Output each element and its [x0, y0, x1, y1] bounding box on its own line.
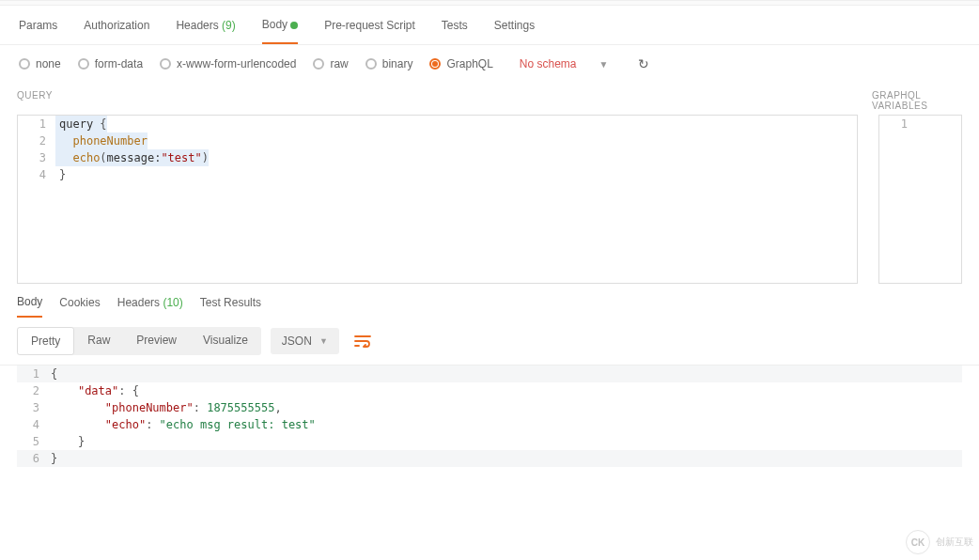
format-pills: Pretty Raw Preview Visualize	[17, 327, 261, 355]
line-number: 1	[17, 366, 51, 382]
code-field: phoneNumber	[72, 134, 147, 148]
watermark-logo-icon: CK	[906, 530, 930, 554]
tab-headers[interactable]: Headers (9)	[176, 8, 235, 43]
response-tabs: Body Cookies Headers (10) Test Results	[0, 284, 979, 318]
code-text: : {	[118, 384, 139, 397]
tab-params[interactable]: Params	[19, 8, 57, 43]
code-keyword: query	[59, 117, 93, 131]
radio-icon	[160, 58, 171, 70]
code-arg: message:	[107, 151, 162, 164]
line-number: 5	[17, 433, 51, 450]
tab-tests[interactable]: Tests	[442, 8, 468, 43]
resp-tab-headers[interactable]: Headers (10)	[117, 296, 183, 317]
body-type-row: none form-data x-www-form-urlencoded raw…	[0, 45, 979, 83]
json-key: "echo"	[105, 418, 146, 431]
json-key: "data"	[78, 384, 118, 397]
format-type-label: JSON	[282, 334, 312, 348]
variables-editor[interactable]: 1	[878, 115, 962, 284]
tab-body-label: Body	[262, 18, 287, 31]
tab-headers-label: Headers	[176, 19, 218, 32]
line-number: 1	[879, 116, 917, 132]
variables-label: GRAPHQL VARIABLES	[872, 90, 962, 111]
json-key: "phoneNumber"	[105, 401, 194, 414]
radio-icon	[19, 58, 30, 70]
resp-tab-test-results[interactable]: Test Results	[200, 296, 261, 317]
tab-settings[interactable]: Settings	[494, 8, 535, 43]
format-pretty[interactable]: Pretty	[17, 327, 74, 355]
radio-icon	[365, 58, 377, 70]
format-raw[interactable]: Raw	[74, 327, 123, 355]
editor-area: 1query { 2 phoneNumber 3 echo(message:"t…	[0, 115, 979, 284]
radio-none[interactable]: none	[19, 57, 61, 70]
radio-raw[interactable]: raw	[313, 57, 348, 70]
tab-headers-count: (9)	[222, 19, 236, 32]
json-number: 1875555555	[207, 401, 274, 414]
radio-binary-label: binary	[382, 57, 413, 70]
code-field: echo	[72, 151, 100, 164]
tab-prerequest[interactable]: Pre-request Script	[324, 8, 415, 43]
radio-icon	[78, 58, 89, 70]
wrap-lines-icon[interactable]	[349, 328, 377, 354]
line-number: 2	[17, 382, 51, 399]
unsaved-dot-icon	[290, 22, 298, 29]
json-string: "echo msg result: test"	[160, 418, 316, 431]
line-number: 4	[18, 166, 55, 183]
response-format-row: Pretty Raw Preview Visualize JSON ▼	[0, 318, 979, 365]
code-brace: {	[51, 366, 57, 382]
watermark: CK 创新互联	[906, 530, 973, 554]
code-brace: }	[51, 450, 57, 467]
code-brace: {	[93, 117, 106, 131]
editor-labels: QUERY GRAPHQL VARIABLES	[0, 83, 979, 115]
refresh-icon[interactable]: ↻	[638, 56, 649, 71]
line-number: 3	[18, 149, 55, 166]
response-body-editor[interactable]: 1{ 2 "data": { 3 "phoneNumber": 18755555…	[0, 365, 979, 467]
format-preview[interactable]: Preview	[123, 327, 190, 355]
line-number: 3	[17, 399, 51, 416]
schema-select[interactable]: No schema	[520, 57, 577, 70]
radio-binary[interactable]: binary	[365, 57, 413, 70]
line-number: 4	[17, 416, 51, 433]
tab-authorization[interactable]: Authorization	[84, 8, 149, 43]
request-tabs: Params Authorization Headers (9) Body Pr…	[0, 6, 979, 45]
code-text: :	[146, 418, 159, 431]
radio-xwww-label: x-www-form-urlencoded	[177, 57, 296, 70]
resp-tab-body[interactable]: Body	[17, 295, 42, 318]
radio-raw-label: raw	[330, 57, 348, 70]
watermark-text: 创新互联	[936, 536, 973, 549]
radio-xwww[interactable]: x-www-form-urlencoded	[160, 57, 296, 70]
wrap-lines-svg	[354, 334, 371, 348]
resp-tab-headers-count: (10)	[163, 296, 182, 309]
radio-none-label: none	[36, 57, 61, 70]
code-text: :	[194, 401, 207, 414]
radio-form-data[interactable]: form-data	[78, 57, 143, 70]
query-editor[interactable]: 1query { 2 phoneNumber 3 echo(message:"t…	[17, 115, 858, 284]
chevron-down-icon[interactable]: ▼	[599, 59, 609, 70]
chevron-down-icon: ▼	[319, 336, 328, 346]
code-brace: }	[51, 433, 85, 450]
resp-tab-cookies[interactable]: Cookies	[59, 296, 100, 317]
line-number: 1	[18, 116, 55, 132]
radio-form-data-label: form-data	[95, 57, 143, 70]
query-label: QUERY	[17, 90, 872, 111]
code-string: "test"	[161, 151, 201, 164]
radio-graphql[interactable]: GraphQL	[429, 57, 492, 70]
radio-graphql-label: GraphQL	[446, 57, 492, 70]
format-type-select[interactable]: JSON ▼	[271, 328, 339, 354]
radio-icon	[429, 58, 441, 70]
radio-icon	[313, 58, 324, 70]
tab-body[interactable]: Body	[262, 7, 298, 44]
line-number: 2	[18, 132, 55, 149]
resp-tab-headers-label: Headers	[117, 296, 160, 309]
line-number: 6	[17, 450, 51, 467]
code-text: ,	[274, 401, 281, 414]
code-brace: }	[59, 168, 66, 181]
format-visualize[interactable]: Visualize	[190, 327, 261, 355]
